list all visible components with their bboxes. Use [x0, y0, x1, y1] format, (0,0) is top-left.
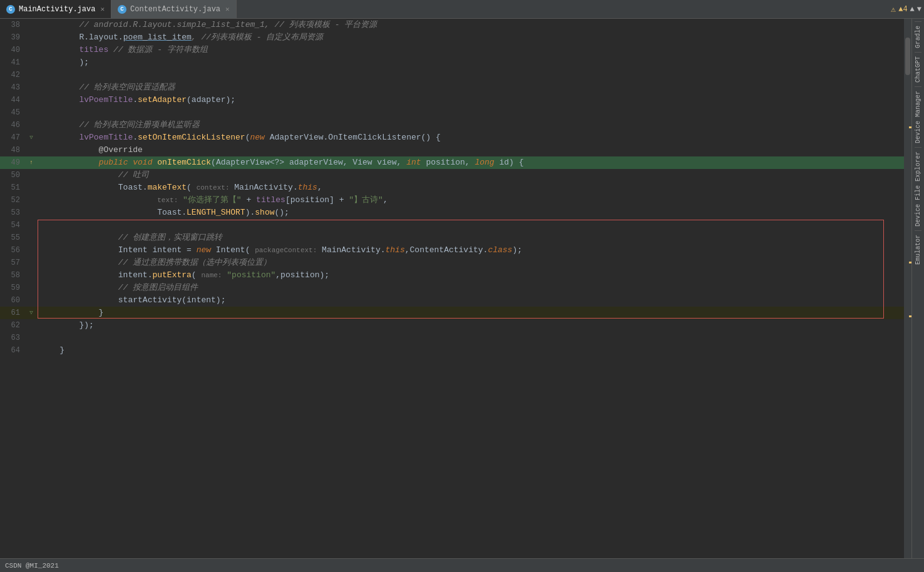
gutter-cell [25, 282, 38, 294]
table-row: 64 } [0, 344, 904, 357]
scrollbar[interactable] [904, 19, 911, 558]
gutter-cell [25, 332, 38, 344]
gutter-cell: ▽ [25, 307, 38, 319]
line-content: R.layout.poem_list_item, //列表项模板 - 自定义布局… [38, 31, 904, 44]
gutter-cell [25, 194, 38, 207]
gutter-cell [25, 81, 38, 94]
gutter-cell [25, 19, 38, 31]
table-row: 41 ); [0, 56, 904, 69]
gutter-cell [25, 56, 38, 69]
table-row: 61▽ } [0, 307, 904, 319]
gutter-cell [25, 94, 38, 106]
line-content: @Override [38, 144, 904, 156]
line-number: 49 [0, 156, 25, 169]
line-number: 48 [0, 144, 25, 156]
gutter-cell: ▽ [25, 131, 38, 144]
gutter-cell [25, 244, 38, 257]
line-content: lvPoemTitle.setAdapter(adapter); [38, 94, 904, 106]
line-number: 42 [0, 69, 25, 81]
line-number: 46 [0, 119, 25, 131]
gutter-cell [25, 257, 38, 269]
tab-bar: C MainActivity.java ✕ C ContentActivity.… [0, 0, 924, 19]
line-number: 60 [0, 294, 25, 307]
gutter-cell: ↑ [25, 156, 38, 169]
gutter-cell [25, 232, 38, 244]
line-content: ); [38, 56, 904, 69]
line-content [38, 332, 904, 344]
gutter-cell [25, 69, 38, 81]
line-number: 62 [0, 319, 25, 332]
line-content: // 通过意图携带数据（选中列表项位置） [38, 257, 904, 269]
table-row: 63 [0, 332, 904, 344]
line-content: startActivity(intent); [38, 294, 904, 307]
tab-content-label: ContentActivity.java [130, 5, 220, 14]
scroll-marker-2 [909, 262, 911, 263]
table-row: 47▽ lvPoemTitle.setOnItemClickListener(n… [0, 131, 904, 144]
line-number: 39 [0, 31, 25, 44]
code-editor: 38 // android.R.layout.simple_list_item_… [0, 19, 904, 558]
line-content: intent.putExtra( name: "position",positi… [38, 269, 904, 282]
lines-container: 38 // android.R.layout.simple_list_item_… [0, 19, 904, 558]
table-row: 51 Toast.makeText( context: MainActivity… [0, 181, 904, 194]
table-row: 46 // 给列表空间注册项单机监听器 [0, 119, 904, 131]
panel-gradle[interactable]: Gradle [915, 21, 921, 52]
line-content: Toast.LENGTH_SHORT).show(); [38, 207, 904, 219]
panel-chatgpt[interactable]: ChatGPT [915, 52, 921, 86]
line-number: 52 [0, 194, 25, 207]
panel-device-file[interactable]: Device File Explorer [915, 147, 921, 230]
table-row: 39 R.layout.poem_list_item, //列表项模板 - 自定… [0, 31, 904, 44]
warning-count: ▲4 [898, 5, 907, 14]
status-attribution: CSDN @MI_2021 [5, 562, 59, 569]
tab-main[interactable]: C MainActivity.java ✕ [0, 0, 111, 18]
table-row: 62 }); [0, 319, 904, 332]
table-row: 52 text: "你选择了第【" + titles[position] + "… [0, 194, 904, 207]
gutter-cell [25, 106, 38, 119]
line-content: // 给列表空间设置适配器 [38, 81, 904, 94]
line-number: 44 [0, 94, 25, 106]
warning-icon: ⚠ [891, 4, 896, 14]
scrollbar-thumb[interactable] [905, 38, 910, 75]
table-row: 40 titles // 数据源 - 字符串数组 [0, 44, 904, 56]
line-number: 54 [0, 219, 25, 232]
table-row: 56 Intent intent = new Intent( packageCo… [0, 244, 904, 257]
line-number: 47 [0, 131, 25, 144]
line-number: 45 [0, 106, 25, 119]
nav-down[interactable]: ▼ [917, 5, 921, 14]
scroll-marker-1 [909, 126, 911, 128]
line-content: // 按意图启动目组件 [38, 282, 904, 294]
line-number: 51 [0, 181, 25, 194]
panel-emulator[interactable]: Emulator [915, 230, 921, 268]
line-number: 59 [0, 282, 25, 294]
line-content: // 吐司 [38, 169, 904, 181]
table-row: 53 Toast.LENGTH_SHORT).show(); [0, 207, 904, 219]
right-panels: Gradle ChatGPT Device Manager Device Fil… [911, 19, 924, 558]
line-number: 64 [0, 344, 25, 357]
line-content: // 给列表空间注册项单机监听器 [38, 119, 904, 131]
line-number: 41 [0, 56, 25, 69]
line-content [38, 69, 904, 81]
line-number: 43 [0, 81, 25, 94]
line-number: 50 [0, 169, 25, 181]
gutter-cell [25, 294, 38, 307]
table-row: 57 // 通过意图携带数据（选中列表项位置） [0, 257, 904, 269]
table-row: 55 // 创建意图，实现窗口跳转 [0, 232, 904, 244]
nav-up[interactable]: ▲ [910, 5, 915, 14]
tab-main-close[interactable]: ✕ [100, 5, 105, 13]
line-content: Intent intent = new Intent( packageConte… [38, 244, 904, 257]
java-file-icon2: C [118, 5, 126, 14]
gutter-cell [25, 169, 38, 181]
tab-content-close[interactable]: ✕ [225, 5, 230, 13]
gutter-cell [25, 219, 38, 232]
line-content: } [38, 307, 904, 319]
line-content: public void onItemClick(AdapterView<?> a… [38, 156, 904, 169]
gutter-cell [25, 269, 38, 282]
panel-device-manager[interactable]: Device Manager [915, 86, 921, 147]
table-row: 50 // 吐司 [0, 169, 904, 181]
line-number: 38 [0, 19, 25, 31]
table-row: 59 // 按意图启动目组件 [0, 282, 904, 294]
tab-content[interactable]: C ContentActivity.java ✕ [111, 0, 237, 18]
line-number: 55 [0, 232, 25, 244]
line-number: 40 [0, 44, 25, 56]
line-content [38, 106, 904, 119]
line-number: 57 [0, 257, 25, 269]
